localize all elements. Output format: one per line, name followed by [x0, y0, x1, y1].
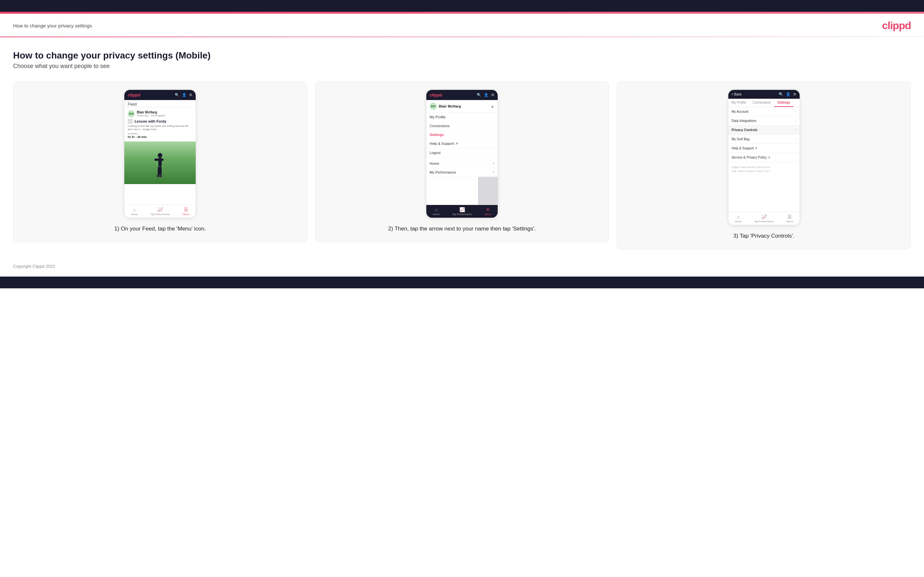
tab-connections[interactable]: Connections — [749, 99, 774, 107]
menu-avatar: BM — [430, 103, 437, 110]
tab-myprofile[interactable]: My Profile — [729, 99, 749, 107]
nav-menu-3: ☰ Menu — [787, 214, 793, 223]
copyright-text: Copyright Clippd 2022 — [13, 264, 55, 269]
feed-lesson-desc: Looking to feel like my hands are exitin… — [128, 124, 192, 131]
settings-item-mygolfbag[interactable]: My Golf Bag › — [729, 135, 800, 144]
settings-item-myaccount-label: My Account — [732, 110, 749, 113]
menu-nav-label: Menu — [183, 213, 189, 216]
step-3-card: < Back 🔍 👤 ⚙ My Profile Connections Sett… — [617, 81, 911, 250]
bottom-bar — [0, 277, 924, 288]
phone-logo-1: clippd — [128, 92, 140, 97]
feed-tab-label: Feed — [124, 100, 195, 108]
menu-panel: BM Blair McHarg ▲ My Profile Connections… — [426, 100, 498, 177]
nav-performance-3: 📈 My Performance — [754, 214, 774, 223]
menu-section-home-arrow: ▾ — [493, 161, 494, 165]
tab-settings[interactable]: Settings — [774, 99, 793, 107]
page-heading: How to change your privacy settings (Mob… — [13, 50, 911, 61]
settings-item-dataintegrations[interactable]: Data Integrations › — [729, 116, 800, 126]
settings-icon-2: ⚙ — [491, 93, 494, 97]
svg-rect-6 — [159, 174, 162, 177]
settings-item-myaccount[interactable]: My Account › — [729, 107, 800, 116]
home-nav-label-3: Home — [735, 220, 741, 223]
version-line-2: GQL Server Version: 2022.7.30-1 — [732, 169, 796, 174]
feed-user-sub: Yesterday · Sunningdale — [137, 114, 165, 117]
logo: clippd — [882, 19, 911, 32]
header: How to change your privacy settings clip… — [0, 14, 924, 37]
home-nav-label: Home — [131, 213, 138, 216]
phone-body-1: Feed BM Blair McHarg Yesterday · Sunning… — [124, 100, 195, 205]
feed-avatar: BM — [128, 110, 135, 118]
settings-tabs: My Profile Connections Settings — [729, 99, 800, 107]
home-nav-icon: ⌂ — [133, 207, 136, 212]
menu-section-home: Home ▾ — [426, 159, 498, 168]
menu-nav-icon-3: ☰ — [788, 214, 792, 219]
phone-header-icons-1: 🔍 👤 ⚙ — [175, 93, 192, 97]
menu-section-home-label: Home — [430, 161, 439, 165]
settings-item-mygolfbag-label: My Golf Bag — [732, 137, 750, 141]
settings-item-serviceprivacy[interactable]: Service & Privacy Policy ↗ — [729, 153, 800, 162]
home-nav-icon-2: ⌂ — [435, 207, 438, 212]
phone-header-icons-2: 🔍 👤 ⚙ — [477, 93, 494, 97]
nav-home-2: ⌂ Home — [433, 207, 440, 216]
nav-performance-1: 📈 My Performance — [151, 207, 170, 216]
menu-nav-label-3: Menu — [787, 220, 793, 223]
phone-back-header: < Back 🔍 👤 ⚙ — [729, 90, 800, 99]
phone-mockup-3: < Back 🔍 👤 ⚙ My Profile Connections Sett… — [728, 90, 800, 225]
nav-home-3: ⌂ Home — [735, 214, 741, 223]
search-icon: 🔍 — [175, 93, 179, 97]
feed-duration-label: Duration — [128, 132, 192, 135]
settings-item-privacycontrols[interactable]: Privacy Controls › — [729, 126, 800, 135]
version-line-1: Clippd Client Version: 2022.8.3-3 — [732, 165, 796, 170]
settings-version: Clippd Client Version: 2022.8.3-3 GQL Se… — [729, 162, 800, 175]
feed-user-name: Blair McHarg — [137, 111, 165, 114]
settings-icon: ⚙ — [189, 93, 192, 97]
menu-nav-icon-2: ✕ — [486, 207, 490, 212]
settings-item-privacycontrols-label: Privacy Controls — [732, 128, 758, 132]
step-2-caption: 2) Then, tap the arrow next to your name… — [388, 225, 536, 233]
step-3-caption: 3) Tap 'Privacy Controls'. — [733, 232, 795, 240]
golfer-svg — [152, 152, 168, 184]
performance-nav-icon: 📈 — [157, 207, 163, 212]
top-bar — [0, 0, 924, 12]
user-icon-3: 👤 — [786, 92, 790, 97]
phone-mockup-1: clippd 🔍 👤 ⚙ Feed BM Blair McHarg — [124, 90, 196, 218]
feed-user-info: Blair McHarg Yesterday · Sunningdale — [137, 111, 165, 117]
feed-duration-value: 01 hr : 30 min — [128, 135, 192, 139]
menu-nav-icon: ☰ — [184, 207, 188, 212]
user-icon: 👤 — [182, 93, 186, 97]
menu-section-performance: My Performance ▾ — [426, 168, 498, 177]
footer: Copyright Clippd 2022 — [0, 256, 924, 277]
svg-point-0 — [158, 153, 162, 158]
menu-item-settings: Settings — [426, 131, 498, 139]
steps-grid: clippd 🔍 👤 ⚙ Feed BM Blair McHarg — [13, 81, 911, 250]
lesson-icon — [128, 119, 133, 124]
settings-item-serviceprivacy-label: Service & Privacy Policy ↗ — [732, 156, 771, 159]
feed-post: BM Blair McHarg Yesterday · Sunningdale … — [124, 108, 195, 142]
feed-post-header: BM Blair McHarg Yesterday · Sunningdale — [128, 110, 192, 118]
search-icon-3: 🔍 — [779, 92, 783, 97]
step-1-caption: 1) On your Feed, tap the 'Menu' icon. — [115, 225, 206, 233]
menu-item-helpsupport: Help & Support ↗ — [426, 139, 498, 148]
performance-nav-icon-2: 📈 — [459, 207, 465, 212]
menu-username: Blair McHarg — [439, 104, 461, 108]
step-2-card: clippd 🔍 👤 ⚙ — [315, 81, 609, 243]
step-1-card: clippd 🔍 👤 ⚙ Feed BM Blair McHarg — [13, 81, 307, 243]
back-button[interactable]: < Back — [732, 92, 742, 96]
settings-item-helpsupport[interactable]: Help & Support ↗ — [729, 144, 800, 153]
phone-header-icons-3: 🔍 👤 ⚙ — [779, 92, 796, 97]
home-nav-label-2: Home — [433, 213, 440, 216]
menu-item-logout: Logout — [426, 148, 498, 157]
main-content: How to change your privacy settings (Mob… — [0, 37, 924, 256]
settings-item-myaccount-arrow: › — [795, 110, 796, 113]
settings-item-dataintegrations-label: Data Integrations — [732, 119, 756, 122]
phone-bottom-nav-2: ⌂ Home 📈 My Performance ✕ Menu — [426, 205, 498, 218]
phone-bottom-nav-1: ⌂ Home 📈 My Performance ☰ Menu — [124, 205, 195, 218]
settings-item-helpsupport-label: Help & Support ↗ — [732, 147, 758, 150]
performance-nav-icon-3: 📈 — [761, 214, 767, 219]
phone-header-1: clippd 🔍 👤 ⚙ — [124, 90, 195, 100]
search-icon-2: 🔍 — [477, 93, 481, 97]
nav-menu-1: ☰ Menu — [183, 207, 189, 216]
svg-rect-4 — [160, 167, 162, 175]
settings-item-privacycontrols-arrow: › — [795, 128, 796, 132]
nav-performance-2: 📈 My Performance — [452, 207, 472, 216]
